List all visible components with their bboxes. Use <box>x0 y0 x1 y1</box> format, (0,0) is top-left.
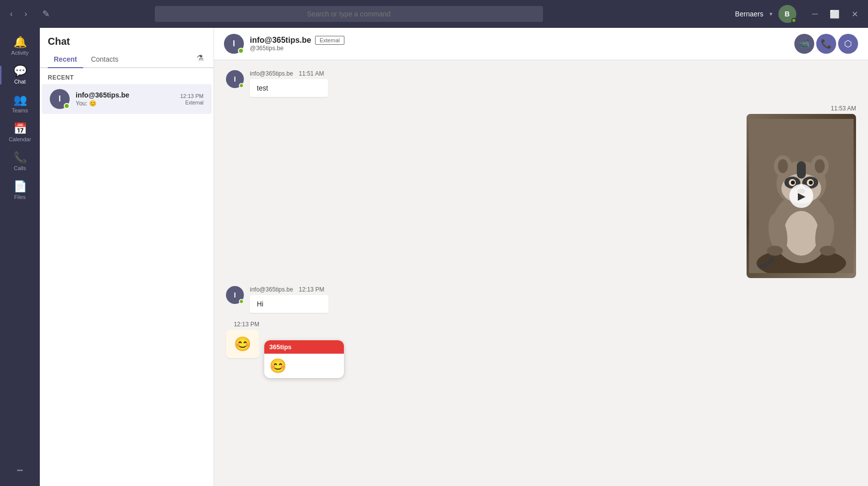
chat-contact-name: info@365tips.be External <box>250 36 788 45</box>
call-icon: 📞 <box>821 38 832 49</box>
avatar-initials: B <box>785 10 790 18</box>
nav-buttons: ‹ › <box>6 7 31 20</box>
svg-point-16 <box>815 159 825 173</box>
msg-time: 11:51 AM <box>299 70 324 77</box>
chat-header-avatar: I <box>224 34 244 54</box>
chat-list-item[interactable]: I info@365tips.be You: 😊 12:13 PM Extern… <box>42 84 212 114</box>
branding-header: 365tips <box>264 340 344 354</box>
teams-icon: 👥 <box>13 95 27 105</box>
msg-avatar-status-hi <box>239 299 244 304</box>
filter-icon[interactable]: ⚗ <box>195 51 206 67</box>
files-icon: 📄 <box>13 181 27 192</box>
message-group-hi: I info@365tips.be 12:13 PM Hi <box>226 286 856 313</box>
tab-contacts[interactable]: Contacts <box>85 51 124 68</box>
msg-content: info@365tips.be 11:51 AM test <box>250 70 328 97</box>
svg-point-10 <box>791 181 795 185</box>
chat-item-info: info@365tips.be You: 😊 <box>76 91 174 107</box>
share-icon: ⬡ <box>844 38 852 49</box>
msg-time-hi: 12:13 PM <box>299 286 324 293</box>
svg-point-20 <box>767 246 783 256</box>
branding-overlay: 365tips 😊 <box>264 340 344 378</box>
branding-emoji: 😊 <box>264 354 344 378</box>
messages-area: I info@365tips.be 11:51 AM test 11:53 AM <box>214 60 868 486</box>
calls-icon: 📞 <box>13 152 27 163</box>
chat-panel-title: Chat <box>48 36 70 47</box>
msg-avatar: I <box>226 70 244 88</box>
sidebar-item-calls[interactable]: 📞 Calls <box>0 147 40 176</box>
voice-call-button[interactable]: 📞 <box>816 34 836 54</box>
chat-item-name: info@365tips.be <box>76 91 174 99</box>
sidebar-label-teams: Teams <box>12 107 28 113</box>
chat-item-preview: You: 😊 <box>76 100 174 107</box>
chat-header: I info@365tips.be External @365tips.be 📹… <box>214 28 868 60</box>
sidebar-item-more[interactable]: ••• <box>0 462 40 478</box>
msg-content-hi: info@365tips.be 12:13 PM Hi <box>250 286 328 313</box>
header-avatar-initial: I <box>233 39 235 48</box>
msg-content-emoji: 12:13 PM 😊 365tips 😊 <box>226 321 259 358</box>
msg-sender-hi: info@365tips.be <box>250 286 293 293</box>
sidebar-label-calls: Calls <box>14 165 26 171</box>
play-icon: ▶ <box>798 190 805 202</box>
sidebar-label-calendar: Calendar <box>9 136 31 142</box>
chat-header-actions: 📹 📞 ⬡ <box>794 34 858 54</box>
chat-tabs: Recent Contacts ⚗ <box>40 47 214 68</box>
sidebar-item-chat[interactable]: 💬 Chat <box>0 61 40 90</box>
msg-bubble: test <box>250 79 328 97</box>
chat-avatar-status <box>64 103 70 109</box>
activity-icon: 🔔 <box>13 37 27 48</box>
share-screen-button[interactable]: ⬡ <box>838 34 858 54</box>
close-button[interactable]: ✕ <box>848 7 862 21</box>
sidebar-item-activity[interactable]: 🔔 Activity <box>0 32 40 61</box>
titlebar: ‹ › ✎ Bernaers ▾ B ─ ⬜ ✕ <box>0 0 868 28</box>
chat-header-status <box>238 48 244 54</box>
chat-icon: 💬 <box>13 66 27 77</box>
msg-sender: info@365tips.be <box>250 70 293 77</box>
video-call-button[interactable]: 📹 <box>794 34 814 54</box>
forward-button[interactable]: › <box>20 7 31 20</box>
sidebar-label-activity: Activity <box>11 50 29 56</box>
restore-button[interactable]: ⬜ <box>826 7 844 21</box>
search-input[interactable] <box>155 6 543 22</box>
emoji-wrapper: 😊 365tips 😊 <box>226 330 259 358</box>
msg-avatar-initial: I <box>234 75 236 83</box>
video-icon: 📹 <box>799 38 810 49</box>
sidebar-item-teams[interactable]: 👥 Teams <box>0 90 40 118</box>
back-button[interactable]: ‹ <box>6 7 16 20</box>
sidebar-label-files: Files <box>14 194 25 200</box>
more-label: ••• <box>17 467 23 473</box>
play-button[interactable]: ▶ <box>789 184 813 208</box>
tab-recent[interactable]: Recent <box>48 51 83 68</box>
titlebar-right: Bernaers ▾ B ─ ⬜ ✕ <box>735 5 862 23</box>
calendar-icon: 📅 <box>13 123 27 134</box>
external-badge: External <box>315 36 344 45</box>
svg-point-11 <box>809 181 813 185</box>
message-group-video: 11:53 AM <box>226 105 856 278</box>
message-group: I info@365tips.be 11:51 AM test <box>226 70 856 97</box>
msg-bubble-hi: Hi <box>250 295 328 313</box>
sidebar-item-calendar[interactable]: 📅 Calendar <box>0 118 40 147</box>
video-bubble[interactable]: ▶ <box>747 114 856 278</box>
msg-time-right: 11:53 AM <box>747 105 856 112</box>
avatar-status-dot <box>791 18 796 23</box>
chat-header-info: info@365tips.be External @365tips.be <box>250 36 788 52</box>
chat-item-meta: 12:13 PM External <box>180 93 204 105</box>
user-chevron: ▾ <box>769 10 772 17</box>
svg-point-21 <box>820 246 836 256</box>
emoji-content: 😊 <box>234 336 251 352</box>
minimize-button[interactable]: ─ <box>808 7 822 21</box>
msg-time-emoji: 12:13 PM <box>226 321 259 328</box>
user-name[interactable]: Bernaers <box>735 10 763 18</box>
compose-button[interactable]: ✎ <box>37 6 55 21</box>
msg-meta: info@365tips.be 11:51 AM <box>250 70 328 77</box>
sidebar-item-files[interactable]: 📄 Files <box>0 176 40 205</box>
chat-panel-header: Chat <box>40 28 214 47</box>
avatar[interactable]: B <box>778 5 796 23</box>
chat-contact-email: @365tips.be <box>250 45 788 52</box>
main-chat: I info@365tips.be External @365tips.be 📹… <box>214 28 868 486</box>
sidebar: 🔔 Activity 💬 Chat 👥 Teams 📅 Calendar 📞 C… <box>0 28 40 486</box>
sidebar-label-chat: Chat <box>14 79 25 85</box>
msg-meta-hi: info@365tips.be 12:13 PM <box>250 286 328 293</box>
svg-point-3 <box>784 211 819 256</box>
msg-video-content: 11:53 AM <box>747 105 856 278</box>
message-group-emoji: 12:13 PM 😊 365tips 😊 <box>226 321 856 358</box>
